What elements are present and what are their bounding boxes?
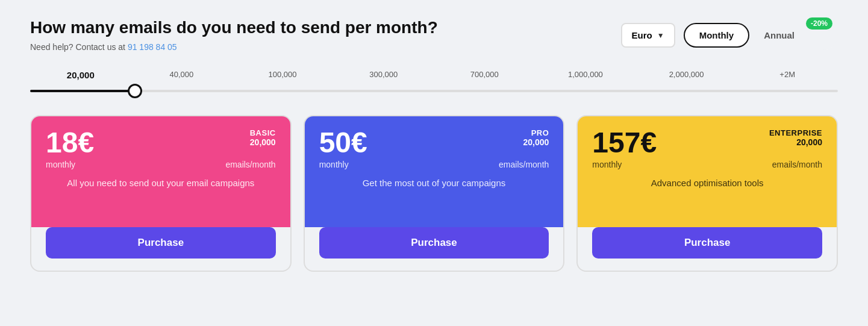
plan-price-basic: 18€ <box>46 128 94 157</box>
plan-emails-label-basic: emails/month <box>225 160 275 169</box>
monthly-toggle[interactable]: Monthly <box>684 23 750 48</box>
slider-label-0: 20,000 <box>30 70 131 80</box>
plan-emails-label-pro: emails/month <box>499 160 549 169</box>
slider-label-3: 300,000 <box>333 70 434 80</box>
purchase-button-pro[interactable]: Purchase <box>319 227 549 259</box>
plan-period-enterprise: monthly <box>592 160 622 169</box>
plan-bottom-row-pro: monthly emails/month <box>319 160 549 169</box>
plan-card-inner-enterprise: 157€ ENTERPRISE 20,000 monthly emails/mo… <box>578 116 837 227</box>
title-area: How many emails do you need to send per … <box>30 18 438 52</box>
slider-thumb[interactable] <box>128 84 142 98</box>
plan-name-enterprise: ENTERPRISE <box>769 128 822 137</box>
contact-line: Need help? Contact us at 91 198 84 05 <box>30 42 438 52</box>
billing-toggle: Monthly Annual -20% <box>681 20 838 50</box>
plan-description-pro: Get the most out of your campaigns <box>319 177 549 215</box>
slider-label-5: 1,000,000 <box>535 70 636 80</box>
plan-email-count-pro: 20,000 <box>523 137 549 147</box>
plan-period-basic: monthly <box>46 160 75 169</box>
plan-price-enterprise: 157€ <box>592 128 657 157</box>
plan-emails-label-enterprise: emails/month <box>772 160 822 169</box>
slider-label-6: 2,000,000 <box>636 70 737 80</box>
page-title: How many emails do you need to send per … <box>30 18 438 37</box>
plan-email-count-enterprise: 20,000 <box>769 137 822 147</box>
slider-fill <box>30 90 135 92</box>
plan-top-row-pro: 50€ PRO 20,000 <box>319 128 549 157</box>
plan-name-area-enterprise: ENTERPRISE 20,000 <box>769 128 822 147</box>
header-section: How many emails do you need to send per … <box>30 18 838 52</box>
plan-description-enterprise: Advanced optimisation tools <box>592 177 822 215</box>
plans-section: 18€ BASIC 20,000 monthly emails/month Al… <box>30 115 838 272</box>
slider-label-1: 40,000 <box>131 70 233 80</box>
slider-label-2: 100,000 <box>232 70 333 80</box>
plan-name-pro: PRO <box>523 128 549 137</box>
plan-email-count-basic: 20,000 <box>250 137 276 147</box>
plan-top-row-enterprise: 157€ ENTERPRISE 20,000 <box>592 128 822 157</box>
currency-selector[interactable]: Euro ▼ <box>621 23 675 48</box>
chevron-down-icon: ▼ <box>657 31 664 40</box>
contact-prefix: Need help? Contact us at <box>30 42 125 52</box>
plan-card-enterprise: 157€ ENTERPRISE 20,000 monthly emails/mo… <box>576 115 838 272</box>
annual-toggle[interactable]: Annual <box>749 24 809 46</box>
slider-labels: 20,000 40,000 100,000 300,000 700,000 1,… <box>30 70 838 80</box>
plan-bottom-row-enterprise: monthly emails/month <box>592 160 822 169</box>
discount-badge: -20% <box>806 17 832 30</box>
slider-label-7: +2M <box>737 70 838 80</box>
plan-price-pro: 50€ <box>319 128 367 157</box>
plan-card-pro: 50€ PRO 20,000 monthly emails/month Get … <box>304 115 565 272</box>
purchase-button-enterprise[interactable]: Purchase <box>592 227 822 259</box>
plan-bottom-row-basic: monthly emails/month <box>46 160 276 169</box>
controls: Euro ▼ Monthly Annual -20% <box>621 20 838 50</box>
slider-track <box>30 90 838 92</box>
purchase-button-basic[interactable]: Purchase <box>46 227 276 259</box>
slider-section: 20,000 40,000 100,000 300,000 700,000 1,… <box>30 70 838 97</box>
plan-name-area-pro: PRO 20,000 <box>523 128 549 147</box>
plan-name-area-basic: BASIC 20,000 <box>250 128 276 147</box>
plan-name-basic: BASIC <box>250 128 276 137</box>
plan-card-basic: 18€ BASIC 20,000 monthly emails/month Al… <box>30 115 292 272</box>
contact-phone[interactable]: 91 198 84 05 <box>128 42 177 52</box>
plan-top-row-basic: 18€ BASIC 20,000 <box>46 128 276 157</box>
plan-period-pro: monthly <box>319 160 349 169</box>
plan-card-inner-pro: 50€ PRO 20,000 monthly emails/month Get … <box>305 116 564 227</box>
plan-card-inner-basic: 18€ BASIC 20,000 monthly emails/month Al… <box>31 116 290 227</box>
currency-label: Euro <box>632 30 652 40</box>
plan-description-basic: All you need to send out your email camp… <box>46 177 276 215</box>
slider-label-4: 700,000 <box>434 70 535 80</box>
slider-track-container[interactable] <box>30 85 838 97</box>
